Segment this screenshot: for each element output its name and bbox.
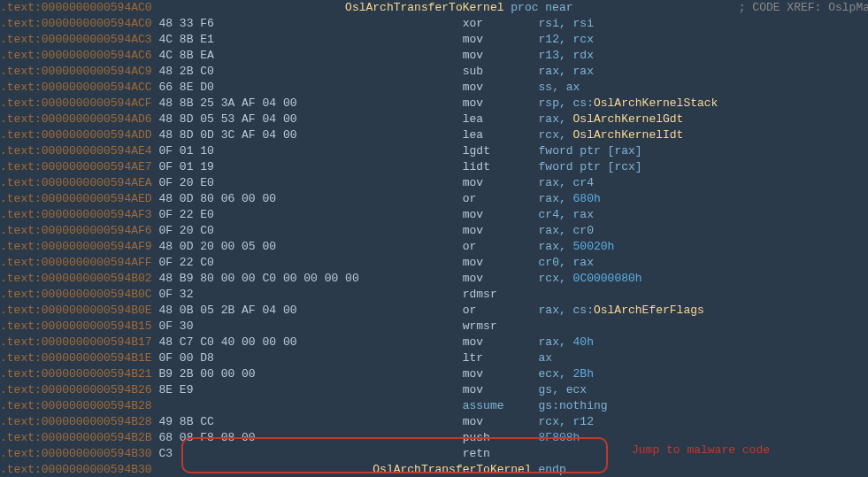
disasm-line: .text:0000000000594AED 48 0D 80 06 00 00… [0, 191, 868, 207]
mnemonic: mov [463, 96, 483, 110]
mnemonic: mov [463, 224, 483, 237]
disasm-line: .text:0000000000594B15 0F 30 wrmsr [0, 319, 868, 335]
operands: ss, ax [539, 81, 580, 94]
immediate: 50020h [573, 240, 615, 253]
address: .text:0000000000594AEA [0, 176, 152, 189]
hex-bytes: 0F 01 10 [158, 144, 213, 158]
operands: rax, cr0 [539, 224, 594, 237]
disasm-line: .text:0000000000594AE7 0F 01 19 lidt fwo… [0, 159, 868, 175]
hex-bytes: 48 2B C0 [158, 65, 213, 78]
disasm-line: .text:0000000000594AF9 48 0D 20 00 05 00… [0, 239, 868, 255]
hex-bytes: 0F 20 E0 [158, 176, 213, 189]
address: .text:0000000000594AF3 [0, 208, 152, 221]
endp-keyword: endp [532, 463, 566, 476]
operands: gs, ecx [539, 383, 588, 396]
proc-keyword: proc near [504, 1, 573, 14]
mnemonic: assume [463, 399, 504, 412]
disasm-line: .text:0000000000594B1E 0F 00 D8 ltr ax [0, 350, 868, 366]
hex-bytes: 0F 22 C0 [158, 256, 213, 269]
disasm-line: .text:0000000000594AC0 48 33 F6 xor rsi,… [0, 16, 868, 32]
mnemonic: mov [463, 383, 483, 396]
hex-bytes: 48 8B 25 3A AF 04 00 [158, 96, 296, 110]
mnemonic: or [463, 192, 477, 205]
hex-bytes: 48 8D 0D 3C AF 04 00 [158, 128, 296, 142]
disasm-line: .text:0000000000594B28 assume gs:nothing [0, 398, 868, 414]
operands: cr4, rax [539, 208, 594, 221]
disasm-line: .text:0000000000594AC9 48 2B C0 sub rax,… [0, 64, 868, 80]
hex-bytes: 68 08 F8 08 00 [158, 431, 255, 444]
operands: rcx, [539, 272, 573, 285]
mnemonic: xor [463, 17, 483, 30]
disasm-line: .text:0000000000594AF3 0F 22 E0 mov cr4,… [0, 207, 868, 223]
symbol: OslArchEferFlags [594, 304, 704, 317]
mnemonic: lgdt [463, 144, 490, 158]
hex-bytes: 48 33 F6 [158, 17, 213, 30]
operands: rax, rax [539, 65, 594, 78]
mnemonic: mov [463, 415, 483, 428]
hex-bytes: 48 8D 05 53 AF 04 00 [158, 112, 296, 126]
hex-bytes: 66 8E D0 [158, 81, 213, 94]
disasm-line: .text:0000000000594ACC 66 8E D0 mov ss, … [0, 80, 868, 96]
disasm-line: .text:0000000000594AC6 4C 8B EA mov r13,… [0, 48, 868, 64]
mnemonic: lea [463, 112, 483, 126]
mnemonic: mov [463, 367, 483, 381]
disasm-line: .text:0000000000594B28 49 8B CC mov rcx,… [0, 414, 868, 430]
mnemonic: lea [463, 128, 483, 142]
mnemonic: mov [463, 49, 483, 62]
hex-bytes: 48 0D 80 06 00 00 [158, 192, 276, 205]
disasm-line: .text:0000000000594AC0 OslArchTransferTo… [0, 0, 868, 16]
address: .text:0000000000594B0C [0, 288, 152, 301]
mnemonic: wrmsr [463, 319, 497, 333]
operands: rax, [539, 240, 573, 253]
operands: rcx, r12 [539, 415, 594, 428]
immediate: 680h [573, 192, 601, 205]
address: .text:0000000000594AFF [0, 256, 152, 269]
disasm-line: .text:0000000000594B26 8E E9 mov gs, ecx [0, 382, 868, 398]
hex-bytes: 49 8B CC [158, 415, 213, 428]
operands: cr0, rax [539, 256, 594, 269]
hex-bytes: 48 C7 C0 40 00 00 00 [158, 335, 296, 349]
disasm-line: .text:0000000000594B2B 68 08 F8 08 00 pu… [0, 430, 868, 446]
hex-bytes: 4C 8B E1 [158, 33, 213, 46]
address: .text:0000000000594AC3 [0, 33, 152, 46]
proc-name: OslArchTransferToKernel [345, 1, 503, 14]
address: .text:0000000000594B0E [0, 304, 152, 317]
operands: rax, [539, 112, 573, 126]
immediate: 40h [573, 335, 594, 349]
operands: ecx, [539, 367, 573, 381]
operands: rcx, [539, 128, 573, 142]
disasm-line: .text:0000000000594B17 48 C7 C0 40 00 00… [0, 335, 868, 350]
hex-bytes: C3 [158, 447, 173, 460]
disasm-line: .text:0000000000594AE4 0F 01 10 lgdt fwo… [0, 143, 868, 159]
disasm-line: .text:0000000000594B0C 0F 32 rdmsr [0, 287, 868, 303]
disasm-line: .text:0000000000594ACF 48 8B 25 3A AF 04… [0, 96, 868, 112]
address: .text:0000000000594B30 [0, 447, 152, 460]
hex-bytes: 4C 8B EA [158, 49, 213, 62]
address: .text:0000000000594AC6 [0, 49, 152, 62]
address: .text:0000000000594B02 [0, 272, 152, 285]
disasm-line: .text:0000000000594B02 48 B9 80 00 00 C0… [0, 271, 868, 287]
address: .text:0000000000594AC9 [0, 65, 152, 78]
address: .text:0000000000594ACF [0, 96, 152, 110]
operands: rsp, cs: [539, 96, 594, 110]
hex-bytes: 8E E9 [158, 383, 193, 396]
mnemonic: or [463, 240, 477, 253]
disassembly-view: .text:0000000000594AC0 OslArchTransferTo… [0, 0, 868, 477]
operands: r13, rdx [539, 49, 594, 62]
mnemonic: mov [463, 33, 483, 46]
disasm-line: .text:0000000000594AEA 0F 20 E0 mov rax,… [0, 175, 868, 191]
hex-bytes: 0F 20 C0 [158, 224, 213, 237]
address: .text:0000000000594AD6 [0, 112, 152, 126]
address: .text:0000000000594AE4 [0, 144, 152, 158]
mnemonic: lidt [463, 160, 490, 173]
hex-bytes: 0F 32 [158, 288, 193, 301]
address: .text:0000000000594B15 [0, 319, 152, 333]
address: .text:0000000000594B2B [0, 431, 152, 444]
disasm-line: .text:0000000000594ADD 48 8D 0D 3C AF 04… [0, 127, 868, 143]
operands: rax, cr4 [539, 176, 594, 189]
operands: fword ptr [rax] [539, 144, 642, 158]
mnemonic: rdmsr [463, 288, 497, 301]
symbol: OslArchKernelStack [594, 96, 718, 110]
disasm-line: .text:0000000000594B30 OslArchTransferTo… [0, 462, 868, 477]
mnemonic: mov [463, 256, 483, 269]
